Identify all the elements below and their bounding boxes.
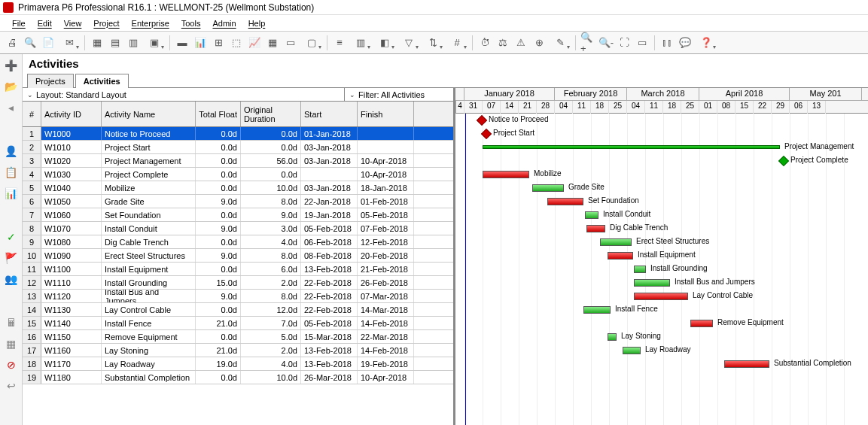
table-row[interactable]: 3W1020Project Management0.0d56.0d03-Jan-… (23, 154, 453, 168)
trace-icon[interactable]: ⬚ (228, 35, 245, 51)
filter-icon[interactable]: ▽ (397, 35, 420, 51)
col-start[interactable]: Start (301, 102, 358, 126)
table-row[interactable]: 13W1120Install Bus and Jumpers9.0d8.0d22… (23, 290, 453, 303)
columns-icon[interactable]: ▥ (349, 35, 372, 51)
grid-icon[interactable]: ▦ (5, 337, 18, 351)
group-icon[interactable]: ◧ (373, 35, 396, 51)
risk-icon[interactable]: ⚠ (513, 35, 529, 51)
table-row[interactable]: 9W1080Dig Cable Trench0.0d4.0d06-Feb-201… (23, 235, 453, 249)
gantt-bar[interactable] (690, 320, 713, 327)
gantt-row[interactable]: Project Management (455, 141, 868, 154)
col-name[interactable]: Activity Name (102, 102, 196, 126)
level-icon[interactable]: ⚖ (495, 35, 511, 51)
table-row[interactable]: 8W1070Install Conduit9.0d3.0d05-Feb-2018… (23, 222, 453, 235)
calc-icon[interactable]: 🖩 (5, 316, 18, 329)
view-drop-icon[interactable]: ▢ (300, 35, 323, 51)
gantt-row[interactable]: Install Equipment (455, 249, 868, 263)
report-icon[interactable]: 📊 (5, 187, 18, 200)
global-icon[interactable]: ⊕ (531, 35, 547, 51)
col-fin[interactable]: Finish (358, 102, 414, 126)
table-row[interactable]: 16W1150Remove Equipment0.0d5.0d15-Mar-20… (23, 330, 453, 344)
help-drop-icon[interactable]: ❓ (695, 35, 717, 51)
table-row[interactable]: 4W1030Project Complete0.0d0.0d10-Apr-201… (23, 168, 453, 181)
gantt-row[interactable]: Remove Equipment (455, 317, 868, 330)
gantt-bar[interactable] (483, 145, 780, 149)
gantt-row[interactable]: Notice to Proceed (455, 114, 868, 127)
gantt-bar[interactable] (608, 252, 633, 260)
gantt-row[interactable]: Install Grounding (455, 263, 868, 276)
layout-select-icon[interactable]: ▣ (143, 35, 166, 51)
gantt-row[interactable]: Lay Stoning (455, 330, 868, 344)
table-row[interactable]: 19W1180Substantial Completion0.0d10.0d26… (23, 371, 453, 384)
menu-edit[interactable]: Edit (32, 17, 58, 29)
gantt-bar[interactable] (547, 198, 583, 205)
milestone-icon[interactable] (778, 156, 789, 166)
gantt-row[interactable]: Dig Cable Trench (455, 222, 868, 235)
col-od[interactable]: Original Duration (241, 102, 301, 126)
gantt-row[interactable]: Substantial Completion (455, 357, 868, 371)
menu-help[interactable]: Help (242, 17, 272, 29)
gantt-row[interactable]: Install Conduit (455, 208, 868, 222)
filter-label[interactable]: Filter: All Activities (345, 88, 429, 101)
gantt-bar[interactable] (623, 347, 641, 354)
layout-2-icon[interactable]: ▤ (107, 35, 123, 51)
profile-icon[interactable]: 📈 (246, 35, 263, 51)
milestone-icon[interactable] (481, 129, 492, 139)
gantt-bar[interactable] (634, 266, 646, 273)
page-setup-icon[interactable]: 📄 (40, 35, 56, 51)
chart-icon[interactable]: 📊 (192, 35, 209, 51)
page-icon[interactable]: ▭ (634, 35, 650, 51)
gantt-row[interactable]: Set Foundation (455, 195, 868, 208)
log-icon[interactable]: ▭ (282, 35, 299, 51)
gantt-row[interactable]: Lay Roadway (455, 344, 868, 357)
wizard-icon[interactable]: ✎ (549, 35, 571, 51)
number-icon[interactable]: # (446, 35, 468, 51)
bars-icon[interactable]: ▬ (174, 35, 190, 51)
align-icon[interactable]: ≡ (331, 35, 348, 51)
table-row[interactable]: 1W1000Notice to Proceed0.0d0.0d01-Jan-20… (23, 127, 453, 141)
fit-icon[interactable]: ⛶ (616, 35, 632, 51)
table-row[interactable]: 2W1010Project Start0.0d0.0d03-Jan-2018 (23, 141, 453, 154)
ok-icon[interactable]: ✓ (5, 230, 18, 244)
gantt-row[interactable]: Grade Site (455, 181, 868, 195)
gantt-row[interactable]: Install Bus and Jumpers (455, 276, 868, 290)
spread-icon[interactable]: ▦ (264, 35, 281, 51)
task-icon[interactable]: 📋 (5, 165, 18, 179)
gantt-pane[interactable]: January 2018February 2018March 2018April… (455, 88, 868, 425)
table-row[interactable]: 14W1130Lay Control Cable0.0d12.0d22-Feb-… (23, 303, 453, 317)
zoom-in-icon[interactable]: 🔍+ (580, 35, 596, 51)
menu-admin[interactable]: Admin (206, 17, 242, 29)
zoom-out-icon[interactable]: 🔍- (598, 35, 614, 51)
network-icon[interactable]: ⊞ (210, 35, 227, 51)
gantt-row[interactable]: Mobilize (455, 168, 868, 181)
gantt-row[interactable]: Lay Control Cable (455, 290, 868, 303)
layout-3-icon[interactable]: ▥ (125, 35, 142, 51)
menu-view[interactable]: View (58, 17, 88, 29)
layout-1-icon[interactable]: ▦ (89, 35, 105, 51)
gantt-bar[interactable] (583, 306, 611, 314)
print-icon[interactable]: 🖨 (4, 35, 20, 51)
schedule-icon[interactable]: ⏱ (477, 35, 493, 51)
table-row[interactable]: 15W1140Install Fence21.0d7.0d05-Feb-2018… (23, 317, 453, 330)
flag-icon[interactable]: 🚩 (5, 251, 18, 265)
send-icon[interactable]: ✉ (58, 35, 81, 51)
table-row[interactable]: 10W1090Erect Steel Structures9.0d8.0d08-… (23, 249, 453, 263)
menu-enterprise[interactable]: Enterprise (126, 17, 175, 29)
col-tf[interactable]: Total Float (196, 102, 241, 126)
table-row[interactable]: 5W1040Mobilize0.0d10.0d03-Jan-201818-Jan… (23, 181, 453, 195)
exit-icon[interactable]: ↩ (5, 379, 18, 393)
col-num[interactable]: # (23, 102, 41, 126)
menu-tools[interactable]: Tools (175, 17, 207, 29)
add-icon[interactable]: ➕ (5, 59, 18, 72)
col-id[interactable]: Activity ID (41, 102, 102, 126)
gantt-bar[interactable] (634, 293, 688, 300)
gantt-bar[interactable] (724, 360, 769, 368)
toggle-2-icon[interactable]: 💬 (677, 35, 693, 51)
gantt-bar[interactable] (483, 171, 529, 178)
toggle-1-icon[interactable]: ⫿⫿ (659, 35, 675, 51)
open-icon[interactable]: 📂 (5, 80, 18, 93)
layout-label[interactable]: Layout: Standard Layout (23, 88, 345, 101)
gantt-row[interactable]: Project Complete (455, 154, 868, 168)
people-icon[interactable]: 👥 (5, 272, 18, 286)
gantt-bar[interactable] (600, 238, 632, 246)
